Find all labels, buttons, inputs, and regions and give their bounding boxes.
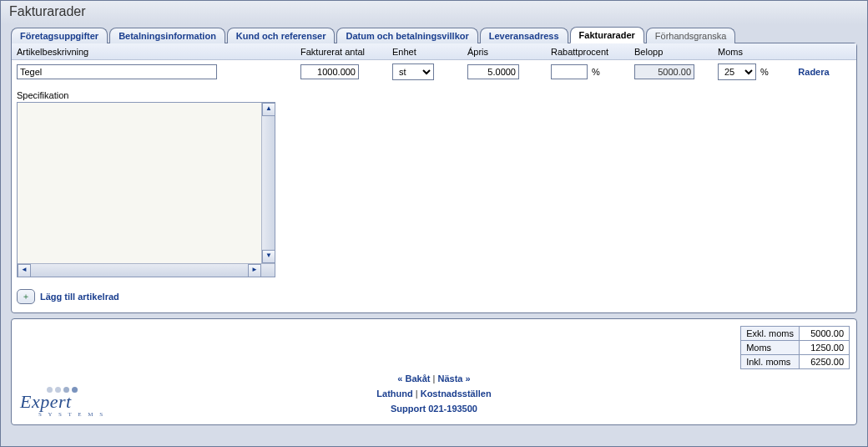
specification-textarea[interactable]: [18, 103, 275, 277]
logo-brand: Expert: [20, 391, 105, 413]
price-input[interactable]: [467, 64, 519, 79]
tab-forhandsgranska[interactable]: Förhandsgranska: [646, 28, 736, 43]
scroll-up-icon[interactable]: ▲: [262, 103, 275, 116]
header-rebate: Rabattprocent: [551, 47, 634, 57]
nav-next-link[interactable]: Nästa »: [437, 373, 470, 384]
totals-vat-value: 1250.00: [800, 341, 850, 355]
delete-row-link[interactable]: Radera: [798, 67, 829, 77]
amount-output: [634, 64, 694, 79]
page-title: Fakturarader: [1, 1, 867, 24]
tabs-row: Företagsuppgifter Betalningsinformation …: [1, 26, 867, 43]
rebate-input[interactable]: [551, 64, 588, 79]
tab-kund-och-referenser[interactable]: Kund och referenser: [227, 28, 336, 43]
scroll-right-icon[interactable]: ►: [248, 264, 261, 277]
support-text: Support 021-193500: [391, 404, 477, 414]
add-row-link[interactable]: Lägg till artikelrad: [40, 292, 119, 302]
tab-leveransadress[interactable]: Leveransadress: [480, 28, 568, 43]
specification-area: ▲ ▼ ◄ ►: [17, 102, 275, 277]
totals-excl-label: Exkl. moms: [741, 327, 800, 341]
cost-centres-link[interactable]: Kostnadsställen: [421, 389, 492, 399]
totals-incl-value: 6250.00: [800, 355, 850, 369]
header-quantity: Fakturerat antal: [300, 47, 392, 57]
totals-table: Exkl. moms 5000.00 Moms 1250.00 Inkl. mo…: [740, 326, 850, 369]
totals-vat-label: Moms: [741, 341, 800, 355]
footer-links: « Bakåt | Nästa » Lathund | Kostnadsstäl…: [12, 371, 856, 416]
main-panel: Artikelbeskrivning Fakturerat antal Enhe…: [11, 43, 857, 313]
add-row-bar: ＋ Lägg till artikelrad: [12, 282, 856, 312]
rebate-suffix: %: [592, 67, 600, 77]
totals-incl-label: Inkl. moms: [741, 355, 800, 369]
footer-panel: Exkl. moms 5000.00 Moms 1250.00 Inkl. mo…: [11, 318, 857, 425]
tab-foretagsuppgifter[interactable]: Företagsuppgifter: [11, 28, 108, 43]
tab-betalningsinformation[interactable]: Betalningsinformation: [109, 28, 225, 43]
description-input[interactable]: [17, 64, 217, 79]
nav-back-link[interactable]: « Bakåt: [397, 373, 430, 384]
totals-excl-value: 5000.00: [800, 327, 850, 341]
app-window: Fakturarader Företagsuppgifter Betalning…: [0, 0, 868, 447]
specification-block: Specifikation ▲ ▼ ◄ ►: [12, 87, 856, 282]
scrollbar-horizontal[interactable]: ◄ ►: [18, 263, 275, 277]
quantity-input[interactable]: [300, 64, 359, 79]
logo-sub: S Y S T E M S: [38, 411, 105, 418]
invoice-row: st % 25 %: [12, 60, 856, 87]
vat-suffix: %: [760, 67, 769, 77]
specification-label: Specifikation: [17, 90, 851, 100]
column-headers: Artikelbeskrivning Fakturerat antal Enhe…: [12, 43, 856, 60]
header-vat: Moms: [718, 47, 776, 57]
tab-fakturarader[interactable]: Fakturarader: [570, 27, 644, 43]
help-link[interactable]: Lathund: [376, 389, 412, 399]
vat-select[interactable]: 25: [718, 63, 756, 80]
brand-logo: Expert S Y S T E M S: [20, 387, 105, 418]
scrollbar-vertical[interactable]: ▲ ▼: [261, 103, 275, 263]
header-price: Ápris: [467, 47, 551, 57]
scroll-down-icon[interactable]: ▼: [262, 250, 275, 263]
unit-select[interactable]: st: [392, 63, 434, 80]
header-unit: Enhet: [392, 47, 467, 57]
scroll-left-icon[interactable]: ◄: [18, 264, 31, 277]
header-description: Artikelbeskrivning: [17, 47, 300, 57]
header-amount: Belopp: [634, 47, 718, 57]
add-row-icon[interactable]: ＋: [17, 289, 35, 304]
tab-datum-och-betalningsvillkor[interactable]: Datum och betalningsvillkor: [336, 28, 477, 43]
header-delete: [776, 47, 851, 57]
